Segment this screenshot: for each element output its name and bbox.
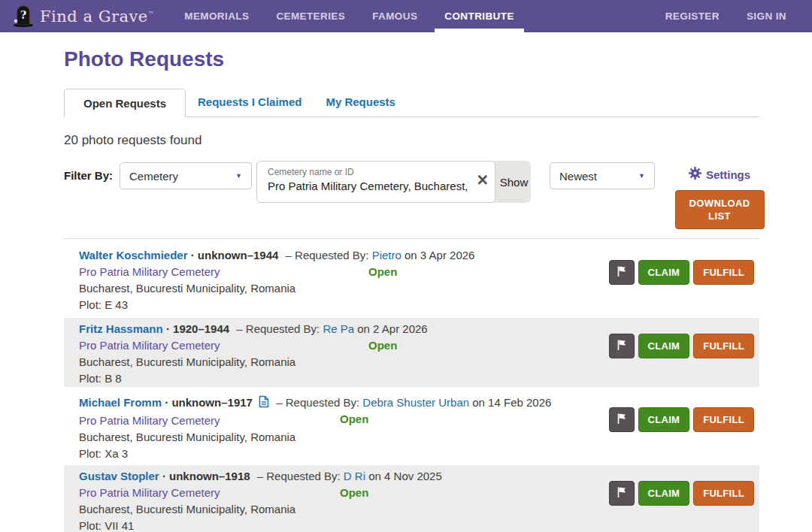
- note-document-icon[interactable]: [259, 395, 269, 413]
- nav-item-contribute[interactable]: CONTRIBUTE: [431, 0, 528, 32]
- claim-button[interactable]: CLAIM: [638, 481, 690, 506]
- status-badge: Open: [340, 411, 368, 428]
- results-summary: 20 photo requests found: [64, 133, 759, 148]
- requester-link[interactable]: Debra Shuster Urban: [362, 396, 469, 409]
- fulfill-button[interactable]: FULFILL: [693, 481, 754, 506]
- requested-by-label: – Requested By:: [236, 322, 320, 335]
- separator-dot: ·: [165, 396, 168, 409]
- filter-type-select[interactable]: Cemetery ▼: [120, 162, 252, 189]
- top-navbar: ? Find a Grave™ MEMORIALS CEMETERIES FAM…: [0, 0, 812, 32]
- flag-icon: [616, 486, 628, 501]
- flag-icon: [616, 265, 628, 280]
- row-actions: CLAIM FULFILL: [609, 481, 754, 506]
- findagrave-logo[interactable]: ? Find a Grave™: [12, 0, 154, 32]
- search-field-label: Cemetery name or ID: [268, 167, 468, 178]
- tombstone-icon: ?: [12, 3, 35, 30]
- flag-button[interactable]: [609, 334, 635, 358]
- cemetery-link[interactable]: Pro Patria Military Cemetery: [79, 414, 220, 427]
- fulfill-button[interactable]: FULFILL: [693, 260, 754, 285]
- fulfill-button[interactable]: FULFILL: [693, 334, 754, 358]
- life-dates: unknown–1917: [171, 396, 253, 409]
- settings-link[interactable]: Settings: [689, 167, 750, 182]
- request-row: Walter Koschmieder · unknown–1944 – Requ…: [64, 244, 759, 313]
- brand-name: Find a Grave™: [40, 8, 154, 26]
- request-date: on 14 Feb 2026: [472, 396, 551, 409]
- row-actions: CLAIM FULFILL: [609, 407, 754, 432]
- tab-open-requests[interactable]: Open Requests: [64, 89, 186, 117]
- life-dates: unknown–1944: [198, 249, 279, 261]
- request-date: on 4 Nov 2025: [368, 470, 442, 482]
- fulfill-button[interactable]: FULFILL: [693, 407, 754, 432]
- request-row: Gustav Stopler · unknown–1918 – Requeste…: [64, 465, 759, 532]
- cemetery-search-input[interactable]: Cemetery name or ID Pro Patria Military …: [256, 161, 495, 203]
- filter-right-column: Settings DOWNLOAD LIST: [674, 161, 765, 229]
- row-actions: CLAIM FULFILL: [609, 260, 754, 285]
- trademark: ™: [148, 11, 155, 17]
- plot-text: Plot: VII 41: [79, 518, 759, 532]
- page-title: Photo Requests: [64, 47, 759, 71]
- status-badge: Open: [340, 485, 368, 501]
- status-badge: Open: [368, 264, 397, 280]
- life-dates: 1920–1944: [173, 322, 229, 335]
- filter-type-value: Cemetery: [129, 170, 178, 183]
- life-dates: unknown–1918: [169, 470, 250, 482]
- clear-search-icon[interactable]: ×: [477, 171, 488, 189]
- nav-right-group: REGISTER SIGN IN: [652, 0, 800, 32]
- row-actions: CLAIM FULFILL: [609, 334, 754, 358]
- requester-link[interactable]: D Ri: [344, 470, 365, 482]
- flag-button[interactable]: [609, 260, 635, 285]
- plot-text: Plot: Xa 3: [79, 446, 759, 462]
- request-date: on 2 Apr 2026: [357, 322, 427, 335]
- plot-text: Plot: B 8: [79, 370, 759, 387]
- memorial-name-link[interactable]: Gustav Stopler: [79, 470, 159, 482]
- nav-item-memorials[interactable]: MEMORIALS: [171, 0, 262, 32]
- chevron-down-icon: ▼: [235, 172, 242, 180]
- register-link[interactable]: REGISTER: [652, 0, 733, 32]
- requested-by-label: – Requested By:: [286, 249, 369, 261]
- cemetery-search-group: Cemetery name or ID Pro Patria Military …: [256, 161, 531, 203]
- memorial-name-link[interactable]: Michael Fromm: [79, 396, 162, 409]
- requested-by-label: – Requested By:: [257, 470, 341, 482]
- request-row: Michael Fromm · unknown–1917 – Requested…: [64, 391, 759, 461]
- main-content: Photo Requests Open Requests Requests I …: [64, 47, 759, 532]
- tab-my-requests[interactable]: My Requests: [314, 88, 408, 116]
- sort-select[interactable]: Newest ▼: [550, 162, 655, 189]
- nav-item-famous[interactable]: FAMOUS: [359, 0, 431, 32]
- claim-button[interactable]: CLAIM: [638, 260, 690, 285]
- request-row: Fritz Hassmann · 1920–1944 – Requested B…: [64, 318, 759, 387]
- section-divider: [64, 238, 759, 239]
- claim-button[interactable]: CLAIM: [638, 407, 690, 432]
- cemetery-link[interactable]: Pro Patria Military Cemetery: [79, 339, 220, 352]
- separator-dot: ·: [166, 322, 170, 335]
- memorial-name-link[interactable]: Walter Koschmieder: [79, 249, 188, 261]
- flag-button[interactable]: [609, 407, 635, 432]
- requester-link[interactable]: Pietro: [372, 249, 401, 261]
- sort-value: Newest: [559, 170, 597, 183]
- separator-dot: ·: [162, 470, 166, 482]
- chevron-down-icon: ▼: [638, 172, 645, 180]
- download-list-button[interactable]: DOWNLOAD LIST: [675, 190, 765, 229]
- flag-icon: [616, 339, 628, 354]
- photo-request-list: Walter Koschmieder · unknown–1944 – Requ…: [64, 244, 759, 532]
- sign-in-link[interactable]: SIGN IN: [733, 0, 800, 32]
- tab-requests-i-claimed[interactable]: Requests I Claimed: [186, 88, 314, 116]
- filter-by-label: Filter By:: [64, 162, 120, 189]
- svg-text:?: ?: [20, 9, 26, 21]
- flag-icon: [616, 413, 628, 428]
- search-field-value: Pro Patria Military Cemetery, Bucharest,…: [268, 178, 468, 195]
- gear-icon: [689, 167, 701, 182]
- requested-by-label: – Requested By:: [276, 396, 359, 409]
- status-badge: Open: [368, 337, 397, 354]
- plot-text: Plot: E 43: [79, 297, 759, 313]
- nav-item-cemeteries[interactable]: CEMETERIES: [262, 0, 359, 32]
- filter-bar: Filter By: Cemetery ▼ Cemetery name or I…: [64, 161, 759, 229]
- flag-button[interactable]: [609, 481, 635, 506]
- settings-label: Settings: [706, 168, 750, 181]
- cemetery-link[interactable]: Pro Patria Military Cemetery: [79, 486, 220, 499]
- memorial-name-link[interactable]: Fritz Hassmann: [79, 322, 163, 335]
- separator-dot: ·: [191, 249, 195, 261]
- requester-link[interactable]: Re Pa: [323, 322, 354, 335]
- tab-bar: Open Requests Requests I Claimed My Requ…: [64, 88, 759, 117]
- claim-button[interactable]: CLAIM: [638, 334, 690, 358]
- cemetery-link[interactable]: Pro Patria Military Cemetery: [79, 265, 220, 278]
